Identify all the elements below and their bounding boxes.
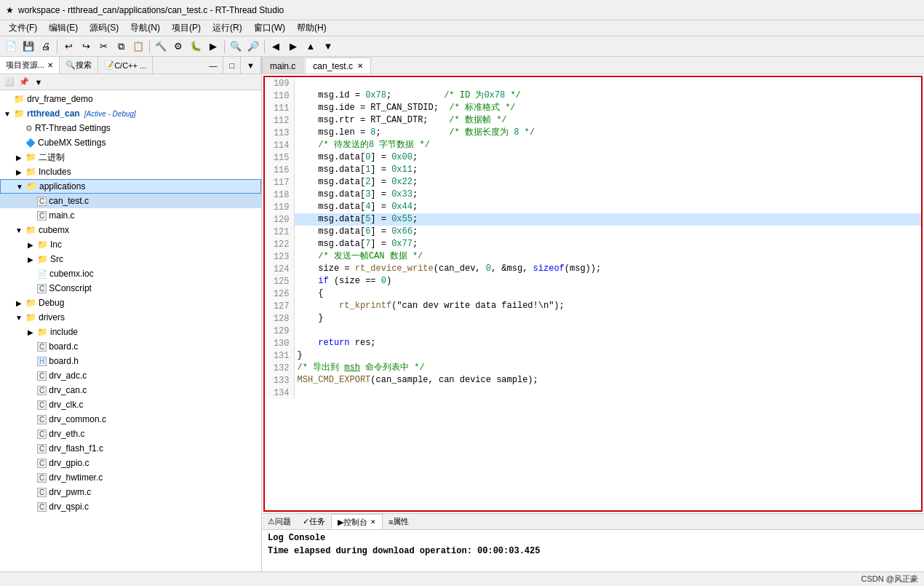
bottom-tab-props[interactable]: ≡ 属性 bbox=[383, 514, 415, 529]
tb-new[interactable]: 📄 bbox=[3, 39, 19, 55]
panel-tb-pin[interactable]: 📌 bbox=[17, 76, 31, 89]
tb-build2[interactable]: ⚙ bbox=[170, 39, 186, 55]
tree-item-main_c[interactable]: Cmain.c bbox=[0, 208, 261, 223]
tree-item-drv_flash_f1_c[interactable]: Cdrv_flash_f1.c bbox=[0, 441, 261, 456]
console-label: 控制台 bbox=[343, 517, 367, 528]
menu-help[interactable]: 帮助(H) bbox=[291, 20, 332, 36]
panel-tab-project-close[interactable]: ✕ bbox=[47, 61, 53, 69]
code-line-128: } bbox=[294, 312, 921, 325]
tree-item-applications[interactable]: ▼📁applications bbox=[0, 179, 261, 194]
tree-item-drv_can_c[interactable]: Cdrv_can.c bbox=[0, 383, 261, 397]
tb-nav-fwd[interactable]: ▶ bbox=[285, 39, 301, 55]
tree-item-drv_adc_c[interactable]: Cdrv_adc.c bbox=[0, 368, 261, 383]
code-line-118: msg.data[3] = 0x33; bbox=[294, 189, 921, 201]
tb-print[interactable]: 🖨 bbox=[38, 39, 54, 55]
code-row-109: 109 bbox=[265, 77, 921, 90]
line-num-114: 114 bbox=[265, 139, 294, 151]
line-num-111: 111 bbox=[265, 102, 294, 114]
tree-item-drivers_folder[interactable]: ▼📁drivers bbox=[0, 310, 261, 325]
tree-item-drv_gpio_c[interactable]: Cdrv_gpio.c bbox=[0, 456, 261, 470]
props-label: 属性 bbox=[393, 516, 409, 527]
tree-item-drv_clk_c[interactable]: Cdrv_clk.c bbox=[0, 397, 261, 412]
line-num-131: 131 bbox=[265, 349, 294, 362]
code-row-134: 134 bbox=[265, 387, 921, 399]
code-line-131: } bbox=[294, 349, 921, 362]
tb-redo[interactable]: ↪ bbox=[78, 39, 94, 55]
tree-item-rtthread_can[interactable]: ▼📁rtthread_can[Active - Debug] bbox=[0, 106, 261, 121]
tb-undo[interactable]: ↩ bbox=[60, 39, 76, 55]
panel-tab-search[interactable]: 🔍 搜索 bbox=[60, 57, 98, 74]
tb-search[interactable]: 🔍 bbox=[228, 39, 244, 55]
tree-item-drv_qspi_c[interactable]: Cdrv_qspi.c bbox=[0, 499, 261, 514]
tb-copy[interactable]: ⧉ bbox=[113, 39, 129, 55]
panel-tabs: 项目资源... ✕ 🔍 搜索 📝 C/C++ ... — □ ▼ bbox=[0, 57, 261, 74]
editor-tab-cantest[interactable]: can_test.c ✕ bbox=[305, 58, 371, 74]
console-icon: ▶ bbox=[338, 518, 343, 527]
panel-close[interactable]: ▼ bbox=[241, 57, 261, 74]
tree-item-board_c[interactable]: Cboard.c bbox=[0, 339, 261, 354]
tree-item-drv_eth_c[interactable]: Cdrv_eth.c bbox=[0, 427, 261, 441]
tb-search2[interactable]: 🔎 bbox=[245, 39, 261, 55]
tree-container[interactable]: 📁drv_frame_demo▼📁rtthread_can[Active - D… bbox=[0, 90, 261, 571]
menu-window[interactable]: 窗口(W) bbox=[248, 20, 291, 36]
tasks-label: 任务 bbox=[309, 516, 325, 527]
editor-tab-main[interactable]: main.c bbox=[262, 58, 303, 74]
tb-run[interactable]: ▶ bbox=[205, 39, 221, 55]
tree-item-drv_pwm_c[interactable]: Cdrv_pwm.c bbox=[0, 485, 261, 499]
menu-file[interactable]: 文件(F) bbox=[3, 20, 43, 36]
panel-tab-cpp[interactable]: 📝 C/C++ ... bbox=[98, 57, 153, 74]
code-line-120: msg.data[5] = 0x55; bbox=[294, 213, 921, 226]
tree-item-drv_common_c[interactable]: Cdrv_common.c bbox=[0, 412, 261, 427]
code-editor[interactable]: 109 110 msg.id = 0x78; /* ID 为0x78 */111… bbox=[263, 76, 923, 512]
code-row-127: 127 rt_kprintf("can dev write data faile… bbox=[265, 300, 921, 312]
tb-build[interactable]: 🔨 bbox=[153, 39, 169, 55]
tree-item-drv_hwtimer_c[interactable]: Cdrv_hwtimer.c bbox=[0, 470, 261, 485]
bottom-tab-console[interactable]: ▶ 控制台 ✕ bbox=[331, 514, 383, 529]
bottom-tab-tasks[interactable]: ✓ 任务 bbox=[297, 514, 331, 529]
tree-item-sconscript1[interactable]: CSConscript bbox=[0, 281, 261, 296]
code-row-125: 125 if (size == 0) bbox=[265, 275, 921, 288]
tb-debug[interactable]: 🐛 bbox=[188, 39, 204, 55]
tree-item-board_h[interactable]: Hboard.h bbox=[0, 354, 261, 368]
menu-source[interactable]: 源码(S) bbox=[84, 20, 124, 36]
tb-nav-up[interactable]: ▲ bbox=[303, 39, 319, 55]
console-close[interactable]: ✕ bbox=[370, 518, 376, 526]
code-line-110: msg.id = 0x78; /* ID 为0x78 */ bbox=[294, 90, 921, 102]
panel-min[interactable]: — bbox=[203, 57, 223, 74]
tree-item-include_folder[interactable]: ▶📁include bbox=[0, 325, 261, 339]
tree-item-debug_folder[interactable]: ▶📁Debug bbox=[0, 296, 261, 310]
menu-project[interactable]: 项目(P) bbox=[166, 20, 207, 36]
code-line-124: size = rt_device_write(can_dev, 0, &msg,… bbox=[294, 263, 921, 275]
tb-paste[interactable]: 📋 bbox=[130, 39, 146, 55]
tb-cut[interactable]: ✂ bbox=[95, 39, 111, 55]
panel-tb-menu[interactable]: ▼ bbox=[32, 76, 45, 89]
tb-save[interactable]: 💾 bbox=[20, 39, 36, 55]
panel-tb-collapse[interactable]: ⬜ bbox=[3, 76, 16, 89]
bottom-tab-problems[interactable]: ⚠ 问题 bbox=[262, 514, 297, 529]
code-line-113: msg.len = 8; /* 数据长度为 8 */ bbox=[294, 127, 921, 139]
panel-tab-project[interactable]: 项目资源... ✕ bbox=[0, 57, 60, 74]
tb-nav-more[interactable]: ▼ bbox=[320, 39, 336, 55]
code-row-124: 124 size = rt_device_write(can_dev, 0, &… bbox=[265, 263, 921, 275]
panel-max[interactable]: □ bbox=[223, 57, 241, 74]
line-num-109: 109 bbox=[265, 77, 294, 90]
tree-item-binary[interactable]: ▶📁二进制 bbox=[0, 150, 261, 165]
editor-tab-cantest-close[interactable]: ✕ bbox=[357, 62, 363, 70]
tb-nav-back[interactable]: ◀ bbox=[268, 39, 284, 55]
title-text: workspace - rtthread_can/applications/ca… bbox=[18, 5, 284, 15]
menu-navigate[interactable]: 导航(N) bbox=[124, 20, 166, 36]
tree-item-cubemx[interactable]: ▼📁cubemx bbox=[0, 223, 261, 237]
menu-edit[interactable]: 编辑(E) bbox=[43, 20, 84, 36]
menu-run[interactable]: 运行(R) bbox=[207, 20, 248, 36]
status-bar: CSDN @风正豪 bbox=[0, 571, 924, 586]
line-num-133: 133 bbox=[265, 374, 294, 387]
tree-item-cubemx_settings[interactable]: 🔷CubeMX Settings bbox=[0, 135, 261, 150]
line-num-125: 125 bbox=[265, 275, 294, 288]
tree-item-drv_frame_demo[interactable]: 📁drv_frame_demo bbox=[0, 92, 261, 106]
tree-item-rt_settings[interactable]: ⚙RT-Thread Settings bbox=[0, 121, 261, 135]
tree-item-src_folder[interactable]: ▶📁Src bbox=[0, 252, 261, 266]
tree-item-includes[interactable]: ▶📁Includes bbox=[0, 165, 261, 179]
tree-item-can_test_c[interactable]: Ccan_test.c bbox=[0, 194, 261, 208]
tree-item-cubemx_ioc[interactable]: 📄cubemx.ioc bbox=[0, 266, 261, 281]
tree-item-inc_folder[interactable]: ▶📁Inc bbox=[0, 237, 261, 252]
